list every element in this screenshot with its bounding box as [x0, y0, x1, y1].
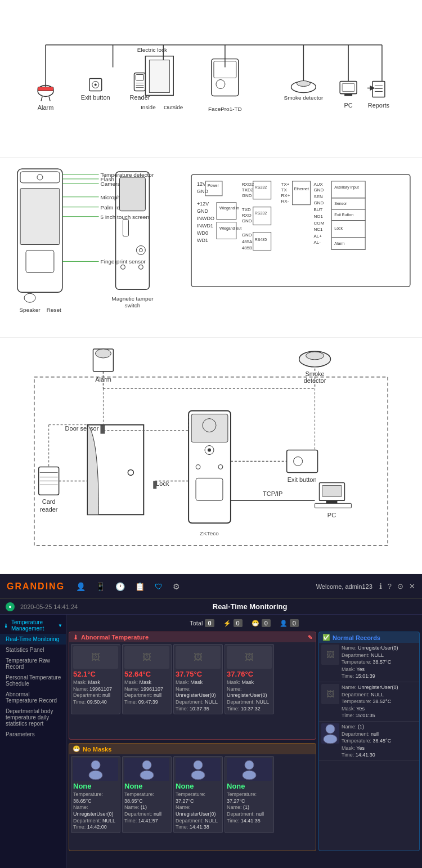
svg-rect-175 — [315, 503, 352, 508]
abnormal-panel-header: 🌡 Abnormal Temperature ✎ — [69, 632, 316, 642]
svg-text:Magnetic tamper: Magnetic tamper — [111, 296, 154, 302]
abnormal-edit-icon[interactable]: ✎ — [308, 634, 312, 641]
svg-rect-162 — [153, 481, 156, 489]
sidebar-item-parameters[interactable]: Parameters — [0, 729, 66, 740]
temp-val-1: 52.64°C — [124, 670, 169, 678]
nav-icon-person[interactable]: 👤 — [76, 582, 86, 591]
nomask-panel: 😷 No Masks Non — [69, 743, 316, 851]
nomask-info-3: Temperature: 37.27°C Name: (1) Departmen… — [227, 791, 272, 824]
svg-point-135 — [306, 352, 324, 360]
svg-rect-66 — [120, 177, 146, 211]
svg-rect-46 — [20, 189, 60, 245]
nav-icon-settings[interactable]: ⚙ — [173, 582, 180, 591]
svg-text:Sensor: Sensor — [334, 202, 347, 205]
abnormal-card-grid: 🖼 52.1°C Mask: Mask Name: 19961107 Depar… — [69, 642, 316, 716]
software-ui: GRANDING 👤 📱 🕐 📋 🛡 ⚙ Welcome, admin123 ℹ… — [0, 574, 422, 868]
svg-rect-9 — [38, 87, 53, 91]
nomask-title: No Masks — [83, 746, 111, 753]
sidebar: 🌡 Temperature Management ▼ Real-Time Mon… — [0, 615, 66, 868]
sidebar-item-statistics[interactable]: Statistics Panel — [0, 645, 66, 655]
svg-rect-44 — [20, 172, 60, 183]
abnormal-icon: 🌡 — [73, 634, 79, 641]
svg-rect-67 — [123, 220, 128, 236]
svg-point-158 — [218, 464, 223, 469]
nav-icon-time[interactable]: 🕐 — [115, 582, 125, 591]
datetime: 2020-05-25 14:41:24 — [20, 603, 78, 610]
svg-text:Alarm: Alarm — [334, 241, 344, 245]
nav-refresh-icon[interactable]: ⊙ — [397, 582, 403, 590]
nomask-info-0: Temperature: 38.65°C Name: UnregisterUse… — [73, 791, 118, 831]
svg-text:NO1: NO1 — [313, 214, 323, 219]
svg-point-71 — [138, 265, 143, 269]
nomask-card-1: None Temperature: 38.65°C Name: (1) Depa… — [122, 756, 172, 833]
svg-rect-16 — [136, 75, 143, 80]
person-icon: 👤 — [280, 620, 288, 627]
nav-close-icon[interactable]: ✕ — [409, 582, 415, 590]
sidebar-section-label: Temperature Management — [11, 619, 56, 632]
svg-text:GND: GND — [197, 189, 208, 194]
svg-text:AL-: AL- — [313, 240, 321, 245]
sidebar-item-personal-temp[interactable]: Personal Temperature Schedule — [0, 672, 66, 689]
nav-icons: 👤 📱 🕐 📋 🛡 ⚙ — [76, 582, 316, 591]
person-value: 0 — [290, 619, 299, 627]
nav-info-icon[interactable]: ℹ — [379, 582, 382, 590]
svg-rect-153 — [191, 414, 228, 442]
svg-text:TXD2: TXD2 — [242, 187, 254, 193]
sidebar-item-realtime[interactable]: Real-Time Monitoring — [0, 634, 66, 645]
svg-text:Auxiliary input: Auxiliary input — [334, 185, 358, 190]
normal-title: Normal Records — [333, 634, 380, 641]
normal-icon: ✅ — [322, 634, 330, 641]
svg-text:Electric lock: Electric lock — [137, 47, 167, 53]
svg-rect-27 — [216, 79, 225, 88]
svg-text:BUT: BUT — [313, 207, 322, 212]
svg-text:GND: GND — [242, 232, 252, 238]
nav-icon-device[interactable]: 📱 — [96, 582, 105, 591]
svg-text:485B: 485B — [242, 245, 253, 250]
svg-text:GND: GND — [197, 208, 208, 214]
sidebar-section-header[interactable]: 🌡 Temperature Management ▼ — [0, 617, 66, 634]
svg-point-188 — [191, 771, 205, 780]
svg-text:GND: GND — [242, 193, 252, 198]
sidebar-item-abnormal-record[interactable]: Abnormal Temperature Record — [0, 689, 66, 706]
section2-diagram: Speaker Reset Temperature detector Flash… — [0, 158, 422, 338]
card-info-2: Mask: Mask Name: UnregisterUser(0) Depar… — [176, 679, 221, 712]
nomask-img-1 — [124, 758, 169, 781]
svg-point-191 — [326, 724, 335, 733]
temp-val-0: 52.1°C — [73, 670, 118, 678]
normal-record-1: 🖼 Name: UnregisterUser(0) Department: NU… — [319, 682, 419, 722]
nav-icon-shield[interactable]: 🛡 — [155, 582, 163, 591]
svg-point-184 — [89, 771, 102, 780]
svg-text:5 inch touch screen: 5 inch touch screen — [101, 214, 149, 220]
svg-rect-47 — [26, 250, 54, 272]
svg-point-14 — [95, 83, 97, 86]
svg-point-189 — [245, 760, 254, 769]
record-info-0: Name: UnregisterUser(0) Department: NULL… — [342, 645, 398, 680]
nomask-card-0: None Temperature: 38.65°C Name: Unregist… — [71, 756, 120, 833]
card-img-0: 🖼 — [73, 646, 118, 669]
svg-rect-174 — [326, 500, 338, 503]
svg-text:INWD1: INWD1 — [197, 223, 213, 229]
abnormal-card-3: 🖼 37.76°C Mask: Mask Name: UnregisterUse… — [225, 644, 274, 714]
svg-text:Door sensor: Door sensor — [65, 425, 99, 432]
svg-text:Lock: Lock — [156, 480, 169, 487]
nomask-temp-0: None — [73, 782, 118, 790]
svg-text:RS232: RS232 — [255, 185, 267, 189]
content-area: Total 0 ⚡ 0 😷 0 👤 0 — [66, 615, 422, 868]
sidebar-item-dept-stats[interactable]: Departmental body temperature daily stat… — [0, 706, 66, 729]
svg-point-190 — [243, 771, 256, 780]
normal-panel-header: ✅ Normal Records — [319, 632, 419, 643]
exit-button-label: Exit button — [81, 94, 110, 101]
total-value: 0 — [205, 619, 214, 627]
svg-text:RXD2: RXD2 — [242, 182, 254, 187]
nomask-card-grid: None Temperature: 38.65°C Name: Unregist… — [69, 754, 316, 835]
sidebar-item-raw-record[interactable]: Temperature Raw Record — [0, 655, 66, 672]
svg-rect-33 — [342, 83, 354, 91]
alert-value: 0 — [234, 619, 243, 627]
section3-diagram: Alarm Smoke detector Door sensor Card re… — [0, 338, 422, 574]
nomask-img-3 — [227, 758, 272, 781]
svg-rect-35 — [344, 93, 352, 96]
svg-text:TCP/IP: TCP/IP — [263, 490, 282, 497]
nav-icon-report[interactable]: 📋 — [135, 582, 145, 591]
nav-help-icon[interactable]: ? — [388, 582, 392, 590]
svg-text:RX+: RX+ — [281, 193, 290, 198]
